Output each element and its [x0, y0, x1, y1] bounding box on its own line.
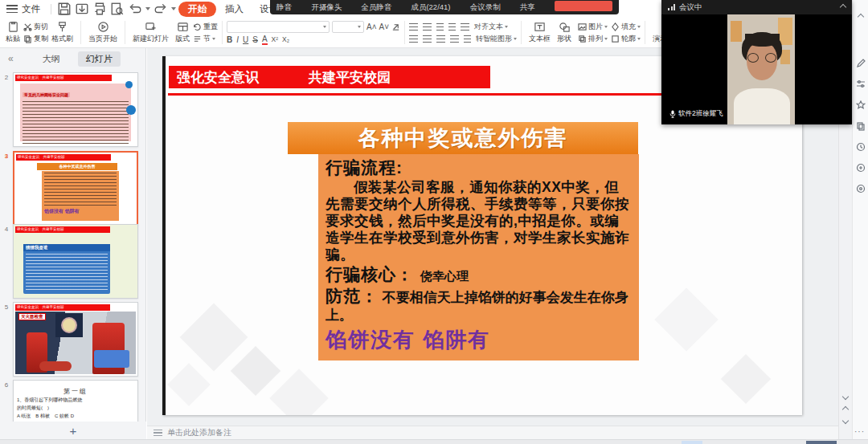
thumbnail-row-2[interactable]: 2 强化安全意识 共建平安校园 常见的几种网络安全问题 [0, 72, 138, 147]
cut-button[interactable]: 剪切 [23, 22, 48, 32]
clear-format-icon[interactable] [391, 22, 400, 31]
play-from-current-button[interactable]: 当页开始 [85, 20, 121, 45]
copy-button[interactable]: 复制 [23, 34, 48, 44]
shapes-button[interactable]: 形状 [554, 20, 575, 45]
slide-5-thumbnail[interactable]: 强化安全意识 共建平安校园 灭火器检查 [13, 302, 138, 377]
fraud-core-heading: 行骗核心： [326, 263, 414, 286]
fill-button[interactable]: 填充 [611, 22, 641, 32]
font-family-select[interactable] [227, 21, 330, 33]
tab-home[interactable]: 开始 [178, 2, 216, 17]
tab-slides[interactable]: 幻灯片 [78, 51, 121, 67]
meeting-record-button[interactable]: 会议录制 [470, 2, 501, 13]
slide-4-thumbnail[interactable]: 强化安全意识 共建平安校园 猜猜我是谁 [13, 224, 138, 299]
meeting-members-button[interactable]: 成员(22/41) [411, 2, 450, 13]
more-options-button[interactable]: ··· [854, 427, 865, 436]
increase-indent-icon[interactable] [448, 23, 456, 31]
add-slide-button[interactable]: + [70, 425, 77, 437]
align-text-button[interactable]: 对齐文本 [474, 22, 508, 32]
notes-bar[interactable]: 单击此处添加备注 [147, 426, 838, 439]
tab-outline[interactable]: 大纲 [35, 51, 68, 67]
bold-button[interactable]: B [227, 35, 232, 44]
meeting-share-button[interactable]: 共享 [520, 2, 535, 13]
resource-icon[interactable] [855, 162, 866, 173]
font-color-button[interactable]: A [262, 35, 268, 45]
thumbnail-row-5[interactable]: 5 强化安全意识 共建平安校园 灭火器检查 [0, 302, 138, 377]
meeting-end-button[interactable] [555, 1, 612, 11]
new-slide-button[interactable]: 新建幻灯片 [129, 20, 172, 45]
collapse-video-icon[interactable] [840, 4, 846, 10]
settings-sliders-icon[interactable] [855, 79, 866, 90]
align-center-icon[interactable] [423, 35, 432, 43]
slide-layout-button[interactable]: 版式 [172, 20, 193, 45]
meeting-mute-all-button[interactable]: 全员静音 [361, 2, 391, 13]
slide-title-box[interactable]: 各种中奖或意外伤害 [288, 122, 638, 154]
meeting-status-label: 会议中 [679, 2, 702, 13]
align-right-icon[interactable] [436, 35, 445, 43]
meeting-mute-button[interactable]: 静音 [276, 2, 292, 13]
paste-button[interactable]: 粘贴 [2, 20, 23, 45]
theme-skin-icon[interactable] [855, 183, 866, 194]
numbered-list-icon[interactable] [423, 23, 432, 31]
undo-dropdown-caret[interactable] [145, 7, 150, 10]
pages-icon[interactable] [855, 120, 866, 132]
align-left-icon[interactable] [409, 35, 418, 43]
subscript-button[interactable]: X₂ [282, 35, 289, 43]
collapse-sidebar-icon[interactable] [855, 11, 866, 22]
thumbnail-row-6[interactable]: 6 第一组 1、香烟引起下列哪种物品燃烧 的时间最短( ) A 纸张 B 棉被 … [0, 380, 138, 422]
bullet-list-icon[interactable] [409, 23, 418, 31]
star-icon[interactable] [855, 100, 866, 111]
meeting-camera-button[interactable]: 开摄像头 [311, 2, 342, 13]
reset-slide-button[interactable]: 重置 [193, 22, 218, 32]
smart-graphic-button[interactable]: 转智能图形 [476, 34, 517, 44]
decrease-font-icon[interactable]: A˅ [379, 22, 390, 31]
insert-picture-button[interactable]: 图片 [578, 22, 608, 32]
status-zoom-control[interactable] [682, 441, 702, 444]
slide-6-thumbnail[interactable]: 第一组 1、香烟引起下列哪种物品燃烧 的时间最短( ) A 纸张 B 棉被 C … [13, 380, 138, 422]
collapse-panel-icon[interactable]: « [8, 53, 14, 64]
slide-decor [269, 369, 329, 415]
edit-pen-icon[interactable] [855, 58, 866, 69]
notes-placeholder: 单击此处添加备注 [167, 427, 231, 438]
decrease-indent-icon[interactable] [436, 23, 444, 31]
slide-2-thumbnail[interactable]: 强化安全意识 共建平安校园 常见的几种网络安全问题 [13, 72, 138, 147]
fraud-core-value: 侥幸心理 [420, 269, 469, 284]
scroll-down-icon[interactable] [841, 392, 850, 401]
undo-icon[interactable] [128, 2, 142, 15]
arrange-button[interactable]: 排列 [578, 34, 608, 44]
distribute-icon[interactable] [464, 35, 471, 43]
slide-header-banner[interactable]: 强化安全意识 共建平安校园 [169, 66, 490, 88]
previous-slide-icon[interactable] [841, 405, 850, 414]
line-spacing-icon[interactable] [461, 23, 469, 31]
outline-button[interactable]: 轮廓 [611, 34, 641, 44]
next-slide-icon[interactable] [841, 416, 850, 426]
increase-font-icon[interactable]: A˄ [366, 22, 377, 31]
video-panel-header[interactable]: 会议中 [661, 0, 852, 14]
format-painter-button[interactable]: 格式刷 [48, 20, 76, 45]
superscript-button[interactable]: X² [272, 35, 279, 43]
main-menu-icon[interactable] [6, 5, 18, 13]
slide-body-box[interactable]: 行骗流程: 假装某公司客服，通知你获的XX中奖，但先需要交纳个人所得税、手续费等… [318, 154, 639, 360]
font-size-select[interactable] [332, 21, 364, 33]
redo-icon[interactable] [154, 2, 168, 15]
status-view-control[interactable] [806, 441, 837, 444]
tab-insert[interactable]: 插入 [218, 2, 251, 17]
save-icon[interactable] [57, 2, 72, 15]
quick-access-caret[interactable] [171, 7, 176, 10]
underline-button[interactable]: U [243, 35, 248, 44]
slide-3-thumbnail-selected[interactable]: 强化安全意识 共建平安校园 各种中奖或意外伤害 馅饼没有 馅阱有 [13, 151, 138, 226]
justify-icon[interactable] [450, 35, 459, 43]
thumbnail-row-4[interactable]: 4 强化安全意识 共建平安校园 猜猜我是谁 [0, 224, 138, 299]
italic-button[interactable]: I [236, 35, 239, 44]
video-feed-area[interactable]: 软件2班徐耀飞 [661, 14, 852, 124]
history-clock-icon[interactable] [855, 141, 866, 153]
print-preview-icon[interactable] [110, 2, 125, 15]
video-conference-panel[interactable]: 会议中 软件2班徐耀飞 [661, 0, 852, 124]
output-icon[interactable] [75, 2, 89, 15]
thumbnail-row-3[interactable]: 3 强化安全意识 共建平安校园 各种中奖或意外伤害 馅饼没有 馅阱有 [0, 151, 138, 226]
print-icon[interactable] [92, 2, 107, 15]
text-box-button[interactable]: 文本框 [526, 20, 554, 45]
section-button[interactable]: 节 [193, 34, 218, 44]
slide-3-content: 馅饼没有 馅阱有 [42, 171, 119, 221]
file-menu[interactable]: 文件 [22, 3, 40, 15]
strikethrough-button[interactable]: S [252, 35, 258, 44]
